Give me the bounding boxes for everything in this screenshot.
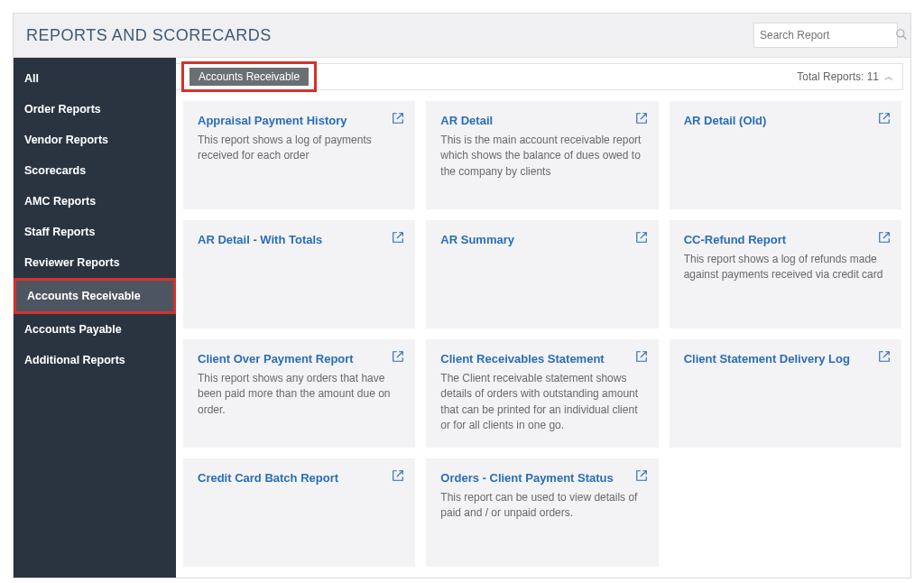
report-description: The Client receivable statement shows de…	[440, 371, 643, 434]
report-card: AR DetailThis is the main account receiv…	[426, 101, 658, 209]
report-card: AR Detail (Old)	[670, 101, 901, 209]
report-card: AR Detail - With Totals	[183, 220, 415, 329]
total-reports: Total Reports: 11 ︽	[797, 70, 893, 83]
sidebar: AllOrder ReportsVendor ReportsScorecards…	[14, 58, 176, 578]
sidebar-item-label: Accounts Payable	[24, 323, 122, 336]
search-box[interactable]	[753, 23, 898, 48]
search-icon[interactable]	[895, 28, 908, 43]
report-card: Client Over Payment ReportThis report sh…	[183, 339, 415, 448]
sidebar-item-all[interactable]: All	[14, 63, 176, 94]
sidebar-item-vendor-reports[interactable]: Vendor Reports	[14, 125, 176, 155]
sidebar-item-reviewer-reports[interactable]: Reviewer Reports	[14, 247, 176, 278]
open-external-icon[interactable]	[878, 231, 891, 244]
open-external-icon[interactable]	[635, 469, 648, 482]
sidebar-item-label: All	[24, 72, 39, 85]
report-description: This report shows any orders that have b…	[198, 371, 401, 418]
app-container: REPORTS AND SCORECARDS AllOrder ReportsV…	[13, 13, 911, 578]
open-external-icon[interactable]	[392, 469, 404, 482]
open-external-icon[interactable]	[878, 112, 891, 125]
category-tag: Accounts Receivable	[189, 68, 309, 86]
report-title-link[interactable]: AR Summary	[440, 233, 514, 246]
report-card: Credit Card Batch Report	[183, 458, 415, 567]
sidebar-item-label: Additional Reports	[24, 354, 125, 366]
report-title-link[interactable]: Client Receivables Statement	[440, 352, 604, 366]
svg-line-1	[903, 35, 907, 39]
search-input[interactable]	[760, 29, 895, 42]
open-external-icon[interactable]	[392, 112, 404, 125]
report-description: This report shows a log of refunds made …	[684, 252, 887, 283]
category-tag-highlight: Accounts Receivable	[181, 61, 317, 92]
open-external-icon[interactable]	[392, 231, 404, 244]
report-card: Orders - Client Payment StatusThis repor…	[426, 458, 658, 567]
sidebar-item-label: AMC Reports	[24, 195, 96, 208]
total-reports-label: Total Reports: 11	[797, 70, 879, 83]
report-title-link[interactable]: AR Detail	[440, 114, 493, 127]
sidebar-item-order-reports[interactable]: Order Reports	[14, 94, 176, 125]
report-description: This is the main account receivable repo…	[440, 133, 643, 180]
report-title-link[interactable]: AR Detail - With Totals	[198, 233, 322, 246]
header-bar: REPORTS AND SCORECARDS	[14, 14, 910, 58]
report-description: This report can be used to view details …	[440, 490, 643, 522]
report-card: Client Receivables StatementThe Client r…	[426, 339, 658, 448]
report-title-link[interactable]: Credit Card Batch Report	[198, 471, 338, 485]
report-title-link[interactable]: Orders - Client Payment Status	[440, 471, 613, 485]
sidebar-item-additional-reports[interactable]: Additional Reports	[14, 345, 176, 375]
report-title-link[interactable]: Client Over Payment Report	[198, 352, 354, 366]
sidebar-item-accounts-receivable[interactable]: Accounts Receivable	[14, 278, 176, 314]
main: Accounts Receivable Total Reports: 11 ︽ …	[176, 58, 910, 578]
subheader: Accounts Receivable Total Reports: 11 ︽	[176, 63, 903, 90]
sidebar-item-accounts-payable[interactable]: Accounts Payable	[14, 314, 176, 345]
report-card: CC-Refund ReportThis report shows a log …	[670, 220, 901, 329]
report-card: Appraisal Payment HistoryThis report sho…	[183, 101, 415, 209]
open-external-icon[interactable]	[878, 350, 891, 363]
body-row: AllOrder ReportsVendor ReportsScorecards…	[14, 58, 910, 578]
svg-point-0	[897, 29, 904, 36]
collapse-icon[interactable]: ︽	[884, 70, 893, 83]
sidebar-item-label: Staff Reports	[24, 226, 95, 238]
report-title-link[interactable]: Client Statement Delivery Log	[684, 352, 850, 366]
empty-cell	[670, 458, 901, 567]
open-external-icon[interactable]	[635, 350, 648, 363]
report-title-link[interactable]: Appraisal Payment History	[198, 114, 346, 127]
report-description: This report shows a log of payments rece…	[198, 133, 401, 164]
open-external-icon[interactable]	[392, 350, 404, 363]
report-card: AR Summary	[426, 220, 658, 329]
report-title-link[interactable]: CC-Refund Report	[684, 233, 786, 246]
report-title-link[interactable]: AR Detail (Old)	[684, 114, 767, 127]
page-title: REPORTS AND SCORECARDS	[26, 26, 272, 45]
report-card: Client Statement Delivery Log	[670, 339, 901, 448]
sidebar-item-label: Vendor Reports	[24, 134, 108, 146]
sidebar-item-scorecards[interactable]: Scorecards	[14, 155, 176, 186]
sidebar-item-label: Order Reports	[24, 103, 101, 116]
sidebar-item-label: Scorecards	[24, 164, 86, 177]
report-grid: Appraisal Payment HistoryThis report sho…	[176, 96, 910, 578]
sidebar-item-staff-reports[interactable]: Staff Reports	[14, 217, 176, 247]
open-external-icon[interactable]	[635, 112, 648, 125]
sidebar-item-amc-reports[interactable]: AMC Reports	[14, 186, 176, 217]
sidebar-item-label: Accounts Receivable	[27, 290, 141, 302]
sidebar-item-label: Reviewer Reports	[24, 256, 120, 269]
open-external-icon[interactable]	[635, 231, 648, 244]
